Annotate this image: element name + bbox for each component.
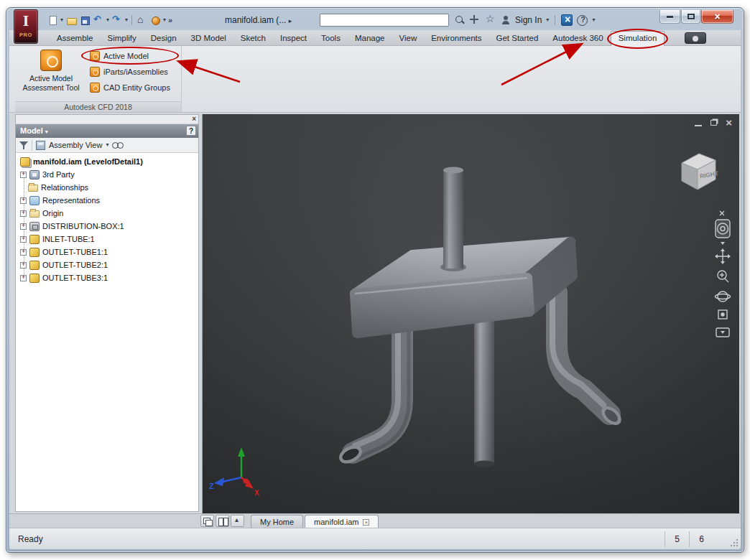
tab-design[interactable]: Design [144, 31, 184, 46]
favorites-star-icon[interactable] [485, 14, 496, 26]
tree-item-3rd-party[interactable]: 3rd Party [16, 168, 198, 181]
window-title: manifold.iam (... ▸ [225, 15, 292, 25]
third-party-icon [29, 170, 40, 179]
tab-environments[interactable]: Environments [424, 31, 489, 46]
chevron-down-icon[interactable]: ▾ [546, 14, 549, 27]
close-button[interactable]: × [701, 10, 733, 24]
save-icon[interactable] [79, 14, 91, 26]
doc-restore-icon[interactable] [710, 120, 717, 126]
active-model-button[interactable]: Active Model [87, 50, 173, 62]
view-selector[interactable]: Assembly View [49, 141, 102, 149]
chevron-down-icon[interactable]: ▾ [106, 14, 109, 27]
tree-item-outlet-tube3[interactable]: OUTLET-TUBE3:1 [16, 271, 198, 284]
sign-in-link[interactable]: Sign In [515, 15, 542, 25]
tab-manifold-document[interactable]: manifold.iam × [305, 515, 379, 528]
tab-autodesk-360[interactable]: Autodesk 360 [545, 31, 610, 46]
tree-item-distribution-box[interactable]: DISTRIBUTION-BOX:1 [16, 220, 198, 233]
active-model-assessment-tool-button[interactable]: Active Model Assessment Tool [19, 48, 83, 100]
separator [555, 15, 555, 25]
tab-view[interactable]: View [392, 31, 424, 46]
application-menu-button[interactable]: I PRO [14, 9, 38, 44]
cad-entity-groups-icon [90, 83, 100, 93]
selection-icon[interactable] [469, 14, 481, 26]
home-icon[interactable] [136, 14, 147, 26]
redo-icon[interactable] [111, 14, 123, 26]
expand-icon[interactable] [20, 172, 27, 178]
tab-sketch[interactable]: Sketch [233, 31, 273, 46]
help-icon[interactable] [577, 15, 588, 26]
chevron-down-icon [721, 242, 725, 245]
render-icon[interactable] [149, 14, 161, 26]
cascade-windows-icon[interactable] [200, 515, 214, 527]
expand-icon[interactable] [20, 223, 27, 230]
tree-item-representations[interactable]: Representations [16, 194, 198, 207]
assembly-icon [20, 157, 30, 167]
doc-tab-close-icon[interactable]: × [363, 519, 369, 526]
panel-close-icon[interactable]: × [192, 115, 196, 123]
collapse-tabs-icon[interactable] [231, 515, 244, 527]
panel-label[interactable]: Autodesk CFD 2018 [15, 101, 181, 112]
navigation-bar[interactable] [713, 207, 732, 345]
expand-icon[interactable] [20, 249, 27, 256]
tab-manage[interactable]: Manage [348, 31, 392, 46]
graphics-viewport[interactable]: × [202, 114, 739, 513]
maximize-icon [688, 14, 695, 19]
screencast-icon[interactable] [685, 32, 706, 44]
chevron-down-icon[interactable]: ▾ [163, 14, 166, 27]
chevron-down-icon[interactable]: ▾ [592, 14, 595, 27]
tree-item-outlet-tube2[interactable]: OUTLET-TUBE2:1 [16, 258, 198, 271]
browser-header[interactable]: Model▾ ? [16, 124, 198, 138]
tab-simulation[interactable]: Simulation [611, 31, 665, 46]
tab-simplify[interactable]: Simplify [101, 31, 144, 46]
tab-get-started[interactable]: Get Started [489, 31, 546, 46]
part-icon [29, 235, 40, 244]
expand-icon[interactable] [20, 275, 27, 281]
open-icon[interactable] [65, 14, 77, 26]
filter-funnel-icon[interactable] [19, 141, 28, 149]
assembly-view-icon [36, 141, 45, 150]
undo-icon[interactable] [93, 14, 104, 26]
tree-item-relationships[interactable]: Relationships [16, 181, 198, 194]
iparts-iassemblies-button[interactable]: iParts/iAssemblies [87, 65, 173, 78]
tab-my-home[interactable]: My Home [251, 515, 303, 528]
toolbar-overflow-icon[interactable]: » [168, 16, 172, 24]
tree-item-origin[interactable]: Origin [16, 207, 198, 220]
cad-entity-groups-button[interactable]: CAD Entity Groups [87, 81, 173, 93]
viewcube[interactable]: RIGHT [673, 147, 721, 195]
representations-icon [29, 196, 40, 205]
search-icon[interactable] [455, 15, 465, 25]
expand-icon[interactable] [20, 262, 27, 269]
browser-help-button[interactable]: ? [186, 126, 196, 136]
tree-item-outlet-tube1[interactable]: OUTLET-TUBE1:1 [16, 246, 198, 258]
expand-icon[interactable] [20, 236, 27, 243]
doc-close-icon[interactable]: × [726, 118, 732, 127]
resize-grip[interactable] [729, 538, 739, 547]
minimize-button[interactable] [659, 10, 680, 24]
tab-assemble[interactable]: Assemble [50, 31, 101, 46]
user-icon[interactable] [501, 15, 511, 25]
search-input[interactable] [320, 14, 449, 27]
expand-icon[interactable] [20, 197, 27, 204]
find-binoculars-icon[interactable] [112, 141, 124, 149]
part-icon [29, 274, 40, 283]
doc-minimize-icon[interactable] [695, 125, 702, 127]
chevron-down-icon[interactable]: ▾ [106, 139, 108, 151]
tab-3d-model[interactable]: 3D Model [184, 31, 233, 46]
inventor-logo-icon: I [14, 10, 37, 32]
tree-item-root[interactable]: manifold.iam (LevelofDetail1) [16, 155, 198, 168]
exchange-x-icon[interactable] [561, 14, 573, 26]
minimize-icon [667, 16, 673, 18]
new-icon[interactable] [47, 14, 58, 26]
titlebar-right-icons: Sign In ▾ ▾ [455, 13, 595, 27]
tab-tools[interactable]: Tools [314, 31, 348, 46]
tree-item-inlet-tube[interactable]: INLET-TUBE:1 [16, 233, 198, 246]
inventor-window: ▾ ▾ ▾ ▾ » manifold.iam (... ▸ Sign In ▾ [6, 7, 744, 553]
chevron-down-icon[interactable]: ▾ [60, 14, 63, 27]
active-model-icon [90, 51, 100, 61]
quick-access-toolbar: ▾ ▾ ▾ ▾ » [47, 14, 172, 27]
tab-inspect[interactable]: Inspect [273, 31, 314, 46]
tile-windows-icon[interactable] [216, 515, 229, 527]
maximize-button[interactable] [681, 10, 700, 24]
chevron-down-icon[interactable]: ▾ [125, 14, 128, 27]
expand-icon[interactable] [20, 210, 27, 217]
